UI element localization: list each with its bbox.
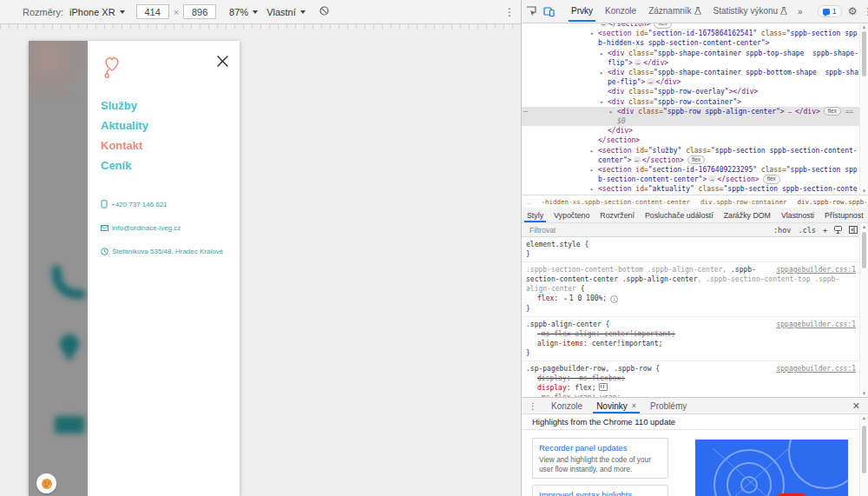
css-property[interactable]: display: flex; [526, 383, 856, 393]
styles-tool-cls[interactable]: .cls [798, 226, 815, 235]
drawer-tab-problémy[interactable]: Problémy [643, 398, 694, 413]
stylesheet-source-link[interactable]: sppagebuilder.css:1 [776, 320, 856, 329]
expand-arrow-icon[interactable]: ▸ [600, 50, 603, 59]
elements-scrollbar[interactable]: ▲ ▼ [859, 23, 868, 195]
expand-arrow-icon[interactable]: ▸ [600, 69, 603, 78]
styles-tool-hov[interactable]: :hov [773, 226, 791, 235]
contact-mobile[interactable]: +420 737 146 621 [101, 200, 223, 208]
contact-clock[interactable]: Štefánikova 535/48, Hradec Králové [101, 248, 223, 255]
nav-item-kontakt[interactable]: Kontakt [101, 140, 148, 152]
nav-item-sluby[interactable]: Služby [101, 100, 148, 112]
dom-tree-node[interactable]: </div> [522, 126, 859, 136]
sidebar-tab-styly[interactable]: Styly [522, 208, 549, 222]
expand-ellipsis-icon[interactable]: … [600, 23, 607, 27]
flex-badge[interactable]: flex [763, 175, 780, 184]
device-select[interactable]: iPhone XR [69, 7, 125, 17]
cookie-consent-button[interactable] [36, 473, 56, 493]
page-overlay-dimmed[interactable] [29, 41, 88, 496]
viewport-height-input[interactable] [183, 4, 216, 19]
computed-sidebar-toggle-icon[interactable] [849, 226, 858, 234]
tab-close-icon[interactable]: × [632, 401, 636, 410]
node-more-icon[interactable]: ⋯ [523, 107, 529, 116]
styles-tool-[interactable]: + [823, 226, 827, 235]
throttling-select[interactable]: Vlastní [266, 7, 306, 17]
zoom-select[interactable]: 87% [229, 7, 258, 17]
dom-tree-node[interactable]: </section> [522, 136, 859, 145]
sidebar-tab-zarážky dom[interactable]: Zarážky DOM [719, 208, 776, 222]
drawer-tab-konzole[interactable]: Konzole [544, 398, 589, 413]
sidebar-tab-rozvržení[interactable]: Rozvržení [595, 208, 640, 222]
breadcrumb-item[interactable]: -hidden-xs.sppb-section-content-center [542, 198, 691, 206]
expand-arrow-icon[interactable]: ▸ [590, 185, 594, 195]
expand-ellipsis-icon[interactable]: … [647, 78, 654, 85]
video-thumbnail[interactable] [695, 440, 848, 496]
drawer-scrollbar[interactable]: ▲ [859, 415, 868, 496]
sidebar-tab-vypočteno[interactable]: Vypočteno [549, 208, 595, 222]
breadcrumb-item[interactable]: div.sppb-row-container [700, 198, 786, 206]
settings-gear-icon[interactable]: ⚙ [848, 5, 858, 17]
tab-label: Záznamník [648, 6, 691, 16]
rule-selector[interactable]: sppagebuilder.css:1.sppb-section-content… [526, 265, 856, 294]
toolbar-kebab-menu[interactable]: ⋮ [504, 8, 515, 17]
flex-badge[interactable]: flex [654, 23, 671, 29]
css-property[interactable]: -ms-flex-align: center!important; [526, 329, 856, 339]
styles-filter-input[interactable] [528, 225, 661, 235]
stylesheet-source-link[interactable]: sppagebuilder.css:1 [776, 265, 856, 274]
more-tabs-button[interactable]: » [793, 7, 807, 17]
flex-badge[interactable]: flex [687, 155, 705, 165]
expand-arrow-icon[interactable]: ▸ [590, 166, 594, 175]
dom-tree-node[interactable]: ▸<div class="sppb-shape-container sppb-t… [522, 49, 859, 68]
card-title-link[interactable]: Recorder panel updates [539, 443, 661, 453]
element-state-icon[interactable] [834, 226, 842, 234]
expand-triangle-icon[interactable]: ▸ [564, 295, 568, 302]
sidebar-tab-vlastnosti[interactable]: Vlastnosti [776, 208, 819, 222]
nav-item-cenk[interactable]: Ceník [101, 160, 148, 172]
styles-scrollbar[interactable]: ▲ ▼ [859, 223, 868, 397]
expand-ellipsis-icon[interactable]: … [708, 175, 715, 182]
expand-ellipsis-icon[interactable]: … [635, 59, 641, 66]
css-property[interactable]: align-items: center!important; [526, 339, 856, 348]
breadcrumb-overflow-icon[interactable]: … [525, 198, 533, 206]
drawer-close-icon[interactable]: ✕ [852, 400, 860, 412]
drawer-tab-novinky[interactable]: Novinky× [589, 398, 643, 413]
tab-statistiky-výkonu[interactable]: Statistiky výkonu [707, 0, 793, 22]
issues-counter-badge[interactable]: 1 [818, 5, 842, 17]
sidebar-tab-přístupnost[interactable]: Přístupnost [819, 208, 868, 222]
flex-badge[interactable]: flex [824, 107, 841, 116]
css-property[interactable]: display: -ms-flexbox; [526, 374, 856, 383]
card-title-link[interactable]: Improved syntax higlights [539, 490, 661, 496]
expand-arrow-icon[interactable]: ▸ [609, 108, 613, 117]
expand-ellipsis-icon[interactable]: … [634, 156, 641, 163]
dom-tree-node[interactable]: ▸<section id="section-id-1676409223295" … [522, 165, 859, 184]
devtools-kebab-menu[interactable]: ⋮ [863, 6, 868, 17]
contact-envelope[interactable]: info@ordinace-iveg.cz [101, 224, 223, 232]
expand-arrow-icon[interactable]: ▾ [590, 30, 594, 39]
drawer-kebab-menu[interactable]: ⋮ [529, 401, 537, 411]
tab-prvky[interactable]: Prvky [565, 0, 599, 22]
menu-close-icon[interactable] [216, 55, 229, 68]
rule-selector[interactable]: element.style { [526, 240, 856, 249]
toggle-device-toolbar-icon[interactable] [543, 6, 555, 17]
rule-selector[interactable]: sppagebuilder.css:1.sppb-align-center { [526, 320, 856, 329]
rule-selector[interactable]: sppagebuilder.css:1.sp-pagebuilder-row, … [526, 364, 856, 374]
expand-arrow-icon[interactable]: ▸ [590, 147, 594, 156]
flex-editor-icon[interactable] [599, 383, 608, 391]
expand-ellipsis-icon[interactable]: … [786, 108, 793, 115]
dom-tree-node[interactable]: ⋯▸<div class="sppb-row sppb-align-center… [522, 107, 859, 126]
dom-tree-node[interactable]: ▾<section id="section-id-1675864162541" … [522, 29, 859, 48]
stylesheet-source-link[interactable]: sppagebuilder.css:1 [776, 364, 856, 374]
dom-tree-node[interactable]: ▸<section id="služby" class="sppb-sectio… [522, 146, 859, 165]
inspect-element-icon[interactable] [526, 6, 536, 17]
tab-záznamník[interactable]: Záznamník [642, 0, 707, 22]
info-icon[interactable]: i [610, 295, 618, 303]
nav-item-aktuality[interactable]: Aktuality [101, 120, 148, 132]
breadcrumb-item[interactable]: div.sppb-row.sppb-align-center [797, 198, 868, 206]
viewport-width-input[interactable] [136, 4, 169, 19]
dom-tree-node[interactable]: ▸<div class="sppb-shape-container sppb-b… [522, 68, 859, 87]
dom-tree-node[interactable]: <div class="sppb-row-overlay"></div> [522, 87, 859, 96]
sidebar-tab-posluchače událostí[interactable]: Posluchače událostí [640, 208, 719, 222]
dom-tree-node[interactable]: ▾<div class="sppb-row-container"> [522, 97, 859, 107]
css-property[interactable]: flex: ▸1 0 100%;i [526, 294, 856, 304]
dom-tree-node[interactable]: ▸<section id="aktuality" class="sppb-sec… [522, 184, 859, 195]
tab-konzole[interactable]: Konzole [599, 0, 642, 22]
